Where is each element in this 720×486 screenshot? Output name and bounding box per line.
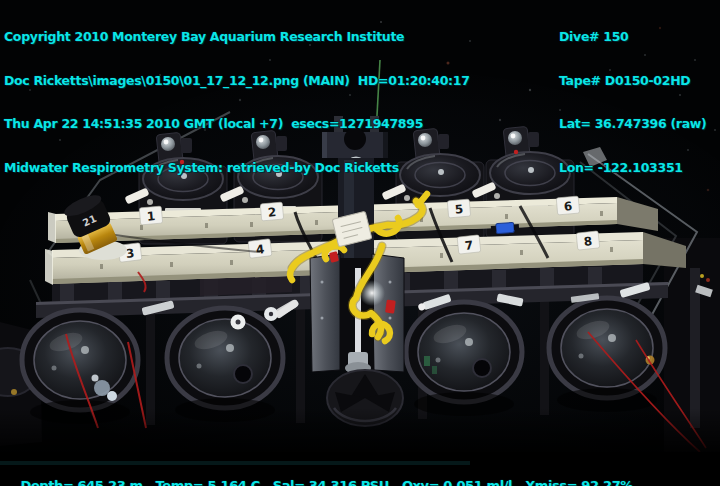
valve-red-marker: [514, 150, 518, 154]
chamber-port: [234, 365, 252, 383]
dive-number: Dive# 150: [559, 30, 706, 45]
bottom-chamber-1: [22, 310, 138, 424]
xmiss-readout: Xmiss= 92.27%: [525, 478, 633, 486]
copyright-line: Copyright 2010 Monterey Bay Aquarium Res…: [4, 30, 470, 45]
red-connector: [385, 300, 396, 314]
chamber-port: [473, 359, 491, 377]
timestamp-line: Thu Apr 22 14:51:35 2010 GMT (local +7) …: [4, 117, 470, 132]
activity-line: Midwater Respirometry System: retrieved-…: [4, 161, 470, 176]
rov-video-frame: 1 2 5 6 3 4 7 8: [0, 0, 720, 486]
rail-tag-7: 7: [464, 238, 474, 253]
bottom-chamber-3: [406, 302, 522, 416]
latitude-readout: Lat= 36.747396 (raw): [559, 117, 706, 132]
depth-readout: Depth= 645.23 m: [21, 478, 143, 486]
overlay-top-right: Dive# 150 Tape# D0150-02HD Lat= 36.74739…: [559, 1, 706, 204]
bottom-fade: [0, 408, 720, 458]
tape-number: Tape# D0150-02HD: [559, 74, 706, 89]
salinity-readout: Sal= 34.316 PSU: [273, 478, 389, 486]
rail-tag-2: 2: [267, 205, 277, 220]
file-path-line: Doc Ricketts\images\0150\01_17_12_12.png…: [4, 74, 470, 89]
tower-left-leg: [310, 254, 340, 372]
temp-readout: Temp= 5.164 C: [156, 478, 260, 486]
rail-tag-1: 1: [146, 209, 156, 224]
overlay-telemetry: Depth= 645.23 mTemp= 5.164 CSal= 34.316 …: [4, 464, 646, 486]
rail-tag-8: 8: [583, 234, 593, 249]
oxygen-readout: Oxy= 0.051 ml/l: [402, 478, 512, 486]
longitude-readout: Lon= -122.103351: [559, 161, 706, 176]
rail-tag-5: 5: [454, 202, 464, 217]
overlay-top-left: Copyright 2010 Monterey Bay Aquarium Res…: [4, 1, 470, 204]
bottom-chamber-2: [167, 308, 283, 422]
rail-tag-4: 4: [255, 242, 265, 257]
